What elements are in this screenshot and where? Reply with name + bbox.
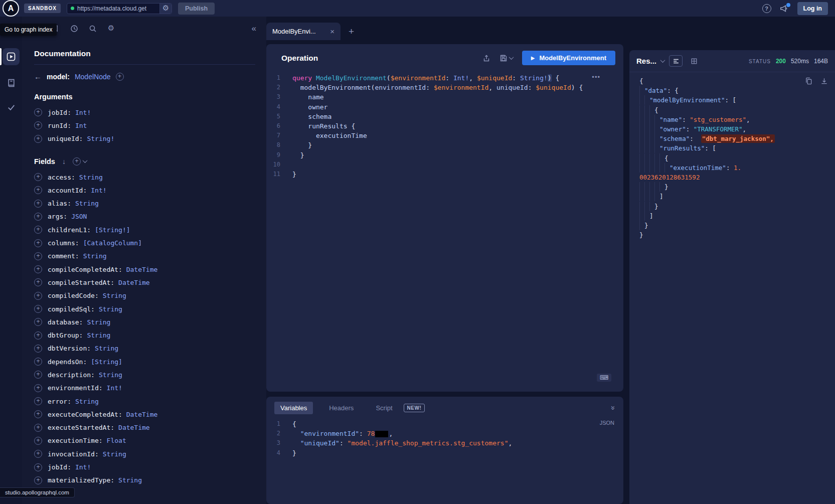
field-type[interactable]: JSON — [71, 213, 87, 220]
graph-endpoint-input[interactable]: https://metadata.cloud.get ⚙ — [67, 3, 172, 14]
settings-gear-icon[interactable]: ⚙ — [107, 24, 115, 33]
doc-field-row: +accountId:Int! — [34, 184, 255, 197]
field-type[interactable]: String — [95, 345, 118, 352]
apollo-logo[interactable]: A — [3, 0, 19, 17]
field-type[interactable]: Float — [107, 437, 126, 444]
add-field-to-query-icon[interactable]: + — [34, 292, 42, 300]
add-field-to-query-icon[interactable]: + — [34, 226, 42, 234]
add-field-to-query-icon[interactable]: + — [34, 239, 42, 247]
field-type[interactable]: String — [103, 450, 126, 458]
collapse-panel-icon[interactable]: « — [252, 24, 256, 34]
sidebar-item-explorer[interactable] — [3, 48, 20, 65]
divider — [34, 64, 255, 65]
collapse-variables-icon[interactable]: » — [609, 406, 617, 410]
add-field-to-query-icon[interactable]: + — [34, 252, 42, 260]
add-field-to-query-icon[interactable]: + — [34, 186, 42, 194]
field-type[interactable]: String — [87, 318, 110, 326]
field-type[interactable]: [CatalogColumn] — [83, 239, 142, 247]
search-icon[interactable] — [88, 24, 97, 33]
new-tab-icon[interactable]: + — [349, 26, 354, 40]
field-type[interactable]: String — [118, 476, 142, 484]
publish-button[interactable]: Publish — [178, 3, 215, 15]
field-type[interactable]: [String!] — [95, 226, 130, 234]
close-tab-icon[interactable]: × — [330, 27, 335, 36]
overflow-menu-icon[interactable]: ••• — [592, 73, 600, 81]
chevron-down-icon[interactable] — [660, 58, 665, 63]
add-field-to-query-icon[interactable]: + — [34, 331, 42, 340]
field-type[interactable]: String — [99, 371, 122, 379]
history-icon[interactable] — [70, 24, 78, 33]
sort-icon[interactable]: ↓ — [62, 157, 66, 165]
announcements-icon[interactable] — [779, 4, 789, 13]
field-type[interactable]: String! — [87, 135, 114, 142]
field-type[interactable]: DateTime — [118, 279, 150, 286]
field-type[interactable]: String — [99, 305, 122, 313]
tab-variables[interactable]: Variables — [274, 402, 313, 414]
field-type[interactable]: Int! — [75, 109, 91, 116]
share-icon[interactable] — [482, 54, 490, 62]
add-field-to-query-icon[interactable]: + — [34, 410, 42, 418]
add-field-to-query-icon[interactable]: + — [34, 213, 42, 221]
table-view-button[interactable] — [687, 55, 701, 67]
add-field-to-query-icon[interactable]: + — [34, 384, 42, 392]
add-field-to-query-icon[interactable]: + — [34, 305, 42, 313]
save-button[interactable] — [499, 54, 513, 62]
add-field-to-query-icon[interactable]: + — [34, 108, 42, 116]
variables-tabbar: VariablesHeadersScriptNEW!» — [266, 397, 623, 419]
sidebar-item-schema[interactable] — [3, 74, 20, 91]
field-type[interactable]: String — [75, 398, 99, 405]
add-field-to-query-icon[interactable]: + — [34, 265, 42, 273]
operation-editor[interactable]: 1query ModelByEnvironment($environmentId… — [266, 69, 623, 392]
token — [292, 430, 300, 437]
copy-icon[interactable] — [805, 77, 812, 85]
field-type[interactable]: Int! — [91, 187, 106, 194]
field-type[interactable]: DateTime — [126, 266, 158, 273]
add-field-to-query-icon[interactable]: + — [34, 345, 42, 353]
tab-headers[interactable]: Headers — [323, 402, 360, 414]
keyboard-shortcuts-icon[interactable]: ⌨ — [597, 374, 611, 382]
login-button[interactable]: Log in — [797, 2, 828, 15]
add-field-to-query-icon[interactable]: + — [34, 371, 42, 379]
add-all-fields-button[interactable]: + — [73, 157, 87, 165]
add-field-to-query-icon[interactable]: + — [34, 437, 42, 445]
code-text: modelByEnvironment(environmentId: $envir… — [288, 83, 583, 92]
field-type[interactable]: Int! — [107, 384, 122, 392]
indent-guide — [639, 95, 644, 105]
add-field-to-query-icon[interactable]: + — [34, 121, 42, 129]
run-operation-button[interactable]: ▶ ModelByEnvironment — [522, 51, 615, 65]
tab-script[interactable]: Script — [370, 402, 398, 414]
operation-tab[interactable]: ModelByEnvi... × — [266, 23, 341, 40]
help-icon[interactable]: ? — [762, 4, 771, 13]
field-type[interactable]: String — [75, 200, 99, 207]
endpoint-settings-icon[interactable]: ⚙ — [159, 3, 172, 14]
add-field-to-query-icon[interactable]: + — [34, 476, 42, 484]
field-type[interactable]: String — [87, 331, 110, 339]
add-field-to-query-icon[interactable]: + — [34, 424, 42, 432]
field-type[interactable]: String — [83, 252, 107, 260]
breadcrumb-type[interactable]: ModelNode — [75, 73, 111, 81]
indent-guide — [644, 95, 649, 105]
add-field-to-query-icon[interactable]: + — [34, 135, 42, 143]
add-field-to-query-icon[interactable]: + — [34, 200, 42, 208]
add-field-to-query-icon[interactable]: + — [34, 278, 42, 286]
add-field-to-query-icon[interactable]: + — [34, 397, 42, 405]
field-type[interactable]: Int — [75, 122, 87, 129]
field-type[interactable]: String — [103, 292, 126, 299]
add-field-to-query-icon[interactable]: + — [34, 173, 42, 181]
add-field-to-query-icon[interactable]: + — [34, 318, 42, 326]
add-field-to-query-icon[interactable]: + — [34, 450, 42, 458]
field-type[interactable]: String — [79, 174, 103, 181]
add-field-to-query-icon[interactable]: + — [34, 358, 42, 366]
add-type-to-query-icon[interactable]: + — [116, 73, 124, 81]
formatted-view-button[interactable] — [669, 55, 683, 67]
download-icon[interactable] — [820, 77, 828, 85]
field-type[interactable]: [String] — [91, 358, 122, 366]
add-field-to-query-icon[interactable]: + — [34, 463, 42, 471]
back-icon[interactable]: ← — [34, 72, 42, 81]
field-type[interactable]: DateTime — [118, 424, 150, 431]
field-type[interactable]: Int! — [75, 463, 91, 471]
variables-editor[interactable]: 1{2 "environmentId": 78,3 "uniqueId": "m… — [266, 419, 623, 504]
link-preview-statusbar: studio.apollographql.com — [0, 487, 75, 497]
sidebar-item-checks[interactable] — [3, 98, 20, 115]
field-type[interactable]: DateTime — [126, 411, 158, 418]
